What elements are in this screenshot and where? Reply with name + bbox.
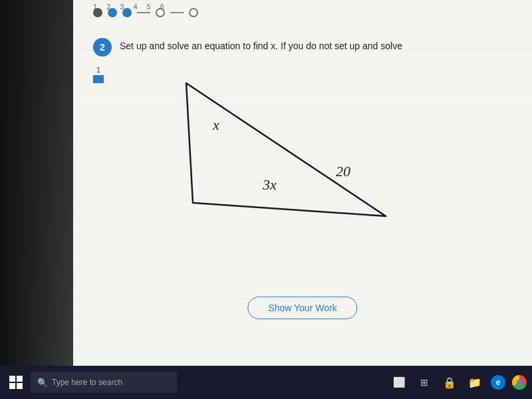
file-explorer-icon[interactable]: 📁 bbox=[466, 373, 484, 392]
nav-dot-2[interactable] bbox=[108, 8, 117, 17]
nav-dot-3[interactable] bbox=[122, 8, 132, 17]
triangle-diagram: x 3x 20 bbox=[140, 66, 406, 253]
search-placeholder-text: Type here to search bbox=[52, 378, 122, 387]
windows-logo bbox=[9, 376, 23, 389]
screen: 1 2 3 4 5 6 2 Set up and solve an equati… bbox=[0, 0, 532, 399]
chrome-browser-icon[interactable] bbox=[512, 375, 527, 390]
lock-icon[interactable]: 🔒 bbox=[440, 373, 459, 392]
question-section: 2 Set up and solve an equation to find x… bbox=[93, 37, 519, 57]
nav-dot-1[interactable] bbox=[93, 8, 102, 17]
nav-dots[interactable] bbox=[93, 8, 198, 17]
taskbar-search[interactable]: 🔍 Type here to search bbox=[31, 372, 177, 393]
nav-dot-4[interactable] bbox=[156, 8, 165, 17]
question-number-badge: 2 bbox=[93, 38, 112, 57]
show-work-button[interactable]: Show Your Work bbox=[247, 297, 357, 319]
start-button[interactable] bbox=[5, 372, 27, 393]
taskbar-system-icons: ⬜ ⊞ 🔒 📁 e bbox=[390, 373, 527, 392]
virtual-desktop-icon[interactable]: ⊞ bbox=[415, 373, 434, 392]
nav-dot-5[interactable] bbox=[189, 8, 198, 17]
question-text: Set up and solve an equation to find x. … bbox=[120, 37, 402, 53]
point-label: 1 bbox=[96, 66, 100, 74]
edge-browser-icon[interactable]: e bbox=[491, 375, 505, 390]
taskbar: 🔍 Type here to search ⬜ ⊞ 🔒 📁 e bbox=[0, 366, 532, 399]
task-view-icon[interactable]: ⬜ bbox=[390, 373, 408, 392]
content-area: 1 2 3 4 5 6 2 Set up and solve an equati… bbox=[73, 0, 532, 366]
question-number: 2 bbox=[100, 42, 105, 53]
label-20: 20 bbox=[336, 163, 350, 180]
triangle-container: x 3x 20 bbox=[140, 66, 406, 253]
left-edge bbox=[0, 0, 73, 399]
search-icon: 🔍 bbox=[37, 378, 48, 388]
nav-connector-1 bbox=[137, 12, 150, 13]
point-indicator: 1 bbox=[93, 66, 104, 83]
point-box bbox=[93, 75, 104, 83]
label-3x: 3x bbox=[262, 176, 277, 193]
question-header: 2 Set up and solve an equation to find x… bbox=[93, 37, 519, 57]
nav-connector-2 bbox=[170, 12, 184, 13]
label-x: x bbox=[212, 116, 219, 133]
svg-marker-0 bbox=[186, 83, 386, 216]
